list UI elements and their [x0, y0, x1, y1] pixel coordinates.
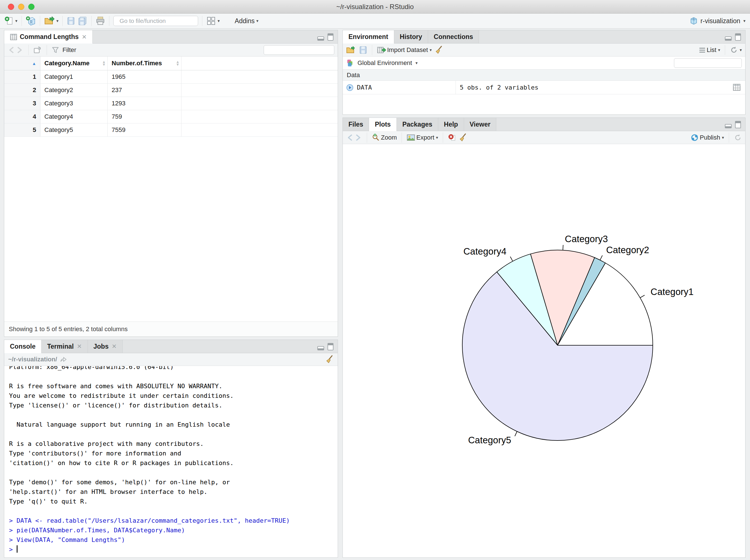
table-row[interactable]: 1Category11965	[4, 71, 338, 84]
tab-jobs[interactable]: Jobs ✕	[88, 340, 123, 353]
list-view-button[interactable]: List ▾	[699, 46, 720, 54]
table-cell[interactable]: Category3	[40, 97, 108, 110]
tab-terminal[interactable]: Terminal ✕	[42, 340, 88, 353]
console-tabstrip: Console Terminal ✕ Jobs ✕	[4, 340, 338, 353]
close-icon[interactable]: ✕	[82, 34, 87, 40]
table-status-bar: Showing 1 to 5 of 5 entries, 2 total col…	[4, 322, 338, 337]
environment-search-box[interactable]	[674, 58, 742, 68]
table-cell[interactable]: Category5	[40, 123, 108, 137]
goto-file-search[interactable]	[113, 16, 198, 26]
project-switcher[interactable]: R r-visualization ▾	[690, 16, 746, 25]
zoom-plot-button[interactable]: Zoom	[372, 134, 397, 142]
table-cell[interactable]: 1293	[108, 97, 181, 110]
environment-scope-label[interactable]: Global Environment	[357, 59, 412, 67]
table-cell[interactable]: 1	[4, 71, 40, 83]
tab-environment[interactable]: Environment	[343, 30, 394, 43]
save-workspace-icon[interactable]	[359, 46, 367, 54]
close-icon[interactable]: ✕	[112, 343, 117, 350]
console-input-line: > View(DATA, "Command Lengths")	[9, 535, 334, 545]
new-file-button[interactable]: ▾	[4, 16, 18, 26]
view-data-grid-icon[interactable]	[733, 84, 741, 91]
tab-connections[interactable]: Connections	[428, 30, 479, 43]
clear-console-broom-icon[interactable]	[326, 355, 334, 364]
print-button[interactable]	[96, 16, 105, 26]
minimize-pane-icon[interactable]	[725, 123, 732, 128]
table-row[interactable]: 5Category57559	[4, 123, 338, 137]
addins-button[interactable]: Addins ▾	[235, 17, 259, 25]
tab-packages[interactable]: Packages	[397, 118, 438, 131]
table-row[interactable]: 4Category4759	[4, 110, 338, 123]
maximize-pane-icon[interactable]	[328, 343, 334, 351]
environment-search-input[interactable]	[678, 59, 750, 66]
close-icon[interactable]: ✕	[77, 343, 82, 350]
table-cell[interactable]: 759	[108, 110, 181, 123]
table-cell[interactable]: Category1	[40, 71, 108, 83]
load-workspace-icon[interactable]	[346, 46, 356, 54]
environment-object-row[interactable]: DATA5 obs. of 2 variables	[343, 81, 745, 94]
maximize-pane-icon[interactable]	[328, 33, 334, 41]
import-dataset-button[interactable]: Import Dataset ▾	[377, 46, 432, 54]
clear-all-plots-broom-icon[interactable]	[459, 133, 467, 142]
table-cell[interactable]: 3	[4, 97, 40, 110]
viewer-search-input[interactable]	[268, 46, 344, 54]
tab-command-lengths[interactable]: Command Lengths ✕	[4, 30, 93, 43]
tab-plots[interactable]: Plots	[369, 118, 396, 131]
remove-plot-icon[interactable]	[448, 134, 456, 142]
tab-help[interactable]: Help	[438, 118, 464, 131]
table-cell[interactable]: 7559	[108, 123, 181, 137]
maximize-pane-icon[interactable]	[735, 33, 741, 41]
table-cell[interactable]: 237	[108, 84, 181, 97]
viewer-search-box[interactable]	[264, 45, 334, 55]
pie-label-tick	[515, 432, 517, 436]
console-prompt[interactable]: >	[9, 545, 334, 554]
console-output[interactable]: Platform: x86_64-apple-darwin15.6.0 (64-…	[4, 366, 338, 557]
go-to-directory-icon[interactable]	[60, 356, 67, 362]
refresh-plot-icon[interactable]	[734, 134, 742, 142]
table-cell[interactable]: 1965	[108, 71, 181, 83]
table-cell[interactable]: 2	[4, 84, 40, 97]
tab-console[interactable]: Console	[4, 340, 42, 353]
filter-label[interactable]: Filter	[62, 46, 76, 54]
goto-file-input[interactable]	[119, 17, 197, 25]
clear-environment-broom-icon[interactable]	[435, 46, 443, 54]
environment-toolbar: Import Dataset ▾ List ▾ ▾	[343, 43, 745, 57]
pane-layout-button[interactable]: ▾	[206, 16, 220, 26]
open-file-button[interactable]: ▾	[44, 16, 59, 26]
filter-icon[interactable]	[52, 46, 59, 54]
tab-history[interactable]: History	[394, 30, 428, 43]
save-all-button[interactable]	[78, 16, 87, 25]
console-output-line: Type 'demo()' for some demos, 'help()' f…	[9, 478, 334, 487]
table-cell[interactable]: Category4	[40, 110, 108, 123]
publish-plot-button[interactable]: Publish ▾	[691, 134, 724, 142]
minimize-pane-icon[interactable]	[317, 345, 325, 351]
back-forward-icons[interactable]	[8, 46, 23, 54]
svg-text:R: R	[30, 20, 33, 24]
new-project-button[interactable]: R	[26, 16, 36, 26]
toolbar-separator	[202, 16, 202, 26]
plot-back-forward-icons[interactable]	[346, 134, 362, 142]
table-cell[interactable]: 5	[4, 123, 40, 137]
refresh-environment-button[interactable]: ▾	[730, 46, 742, 54]
plots-tabstrip: Files Plots Packages Help Viewer	[343, 118, 745, 131]
export-plot-button[interactable]: Export ▾	[407, 134, 438, 141]
environment-pane: Environment History Connections	[342, 30, 746, 115]
data-frame-icon	[10, 34, 17, 40]
rownum-header-cell[interactable]: ▲	[4, 57, 40, 70]
tab-files[interactable]: Files	[343, 118, 369, 131]
console-output-line: 'help.start()' for an HTML browser inter…	[9, 487, 334, 497]
save-button[interactable]	[67, 16, 75, 25]
tab-viewer[interactable]: Viewer	[464, 118, 496, 131]
save-icon	[67, 16, 75, 25]
table-row[interactable]: 2Category2237	[4, 84, 338, 97]
table-cell[interactable]: Category2	[40, 84, 108, 97]
object-name-cell[interactable]: DATA	[343, 81, 456, 94]
expand-object-icon[interactable]	[346, 84, 354, 91]
minimize-pane-icon[interactable]	[317, 35, 325, 41]
column-header-category-name[interactable]: Category.Name ▲▼	[40, 57, 108, 70]
table-cell[interactable]: 4	[4, 110, 40, 123]
minimize-pane-icon[interactable]	[725, 35, 732, 41]
open-in-new-window-icon[interactable]	[33, 46, 42, 54]
table-row[interactable]: 3Category31293	[4, 97, 338, 110]
column-header-number-of-times[interactable]: Number.of.Times ▲▼	[108, 57, 181, 70]
maximize-pane-icon[interactable]	[735, 121, 741, 128]
